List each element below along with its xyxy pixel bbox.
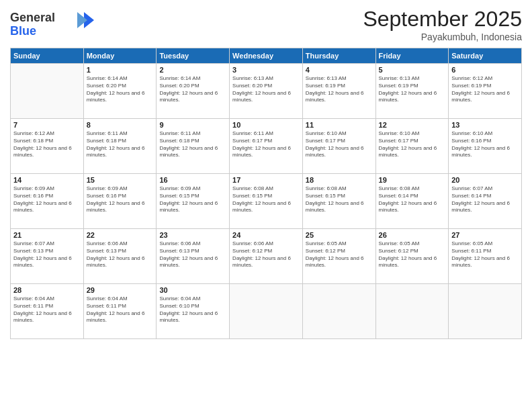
day-number: 7: [13, 121, 81, 129]
cell-info: Sunrise: 6:13 AM Sunset: 6:19 PM Dayligh…: [379, 75, 446, 104]
cell-info: Sunrise: 6:14 AM Sunset: 6:20 PM Dayligh…: [87, 75, 154, 104]
cell-info: Sunrise: 6:04 AM Sunset: 6:11 PM Dayligh…: [13, 295, 81, 324]
day-number: 9: [159, 121, 226, 129]
cell-info: Sunrise: 6:10 AM Sunset: 6:17 PM Dayligh…: [306, 130, 373, 159]
calendar-cell: 22Sunrise: 6:06 AM Sunset: 6:13 PM Dayli…: [83, 229, 157, 284]
calendar-table: Sunday Monday Tuesday Wednesday Thursday…: [10, 48, 522, 339]
header-thursday: Thursday: [302, 48, 375, 64]
calendar-cell: 9Sunrise: 6:11 AM Sunset: 6:18 PM Daylig…: [157, 119, 230, 174]
calendar-cell: 18Sunrise: 6:08 AM Sunset: 6:15 PM Dayli…: [302, 174, 375, 229]
calendar-cell: 5Sunrise: 6:13 AM Sunset: 6:19 PM Daylig…: [375, 64, 449, 119]
cell-info: Sunrise: 6:13 AM Sunset: 6:20 PM Dayligh…: [232, 75, 300, 104]
cell-info: Sunrise: 6:14 AM Sunset: 6:20 PM Dayligh…: [159, 75, 226, 104]
calendar-cell: 12Sunrise: 6:10 AM Sunset: 6:17 PM Dayli…: [375, 119, 449, 174]
cell-info: Sunrise: 6:08 AM Sunset: 6:14 PM Dayligh…: [379, 185, 446, 214]
cell-info: Sunrise: 6:08 AM Sunset: 6:15 PM Dayligh…: [232, 185, 300, 214]
cell-info: Sunrise: 6:07 AM Sunset: 6:14 PM Dayligh…: [451, 185, 519, 214]
day-number: 1: [87, 66, 154, 74]
header-row: Sunday Monday Tuesday Wednesday Thursday…: [11, 48, 522, 64]
cell-info: Sunrise: 6:12 AM Sunset: 6:18 PM Dayligh…: [13, 130, 81, 159]
calendar-cell: 4Sunrise: 6:13 AM Sunset: 6:19 PM Daylig…: [302, 64, 375, 119]
cell-info: Sunrise: 6:08 AM Sunset: 6:15 PM Dayligh…: [306, 185, 373, 214]
cell-info: Sunrise: 6:05 AM Sunset: 6:12 PM Dayligh…: [306, 240, 373, 269]
cell-info: Sunrise: 6:10 AM Sunset: 6:16 PM Dayligh…: [451, 130, 519, 159]
month-title: September 2025: [363, 7, 522, 32]
day-number: 12: [379, 121, 446, 129]
calendar-cell: 29Sunrise: 6:04 AM Sunset: 6:11 PM Dayli…: [83, 284, 157, 339]
day-number: 8: [87, 121, 154, 129]
cell-info: Sunrise: 6:04 AM Sunset: 6:10 PM Dayligh…: [159, 295, 226, 324]
svg-text:Blue: Blue: [10, 24, 36, 38]
calendar-cell: 26Sunrise: 6:05 AM Sunset: 6:12 PM Dayli…: [375, 229, 449, 284]
day-number: 4: [306, 66, 373, 74]
day-number: 11: [306, 121, 373, 129]
calendar-cell: [449, 284, 522, 339]
calendar-header: Sunday Monday Tuesday Wednesday Thursday…: [11, 48, 522, 64]
calendar-body: 1Sunrise: 6:14 AM Sunset: 6:20 PM Daylig…: [11, 64, 522, 339]
day-number: 10: [232, 121, 300, 129]
week-row-4: 28Sunrise: 6:04 AM Sunset: 6:11 PM Dayli…: [11, 284, 522, 339]
calendar-cell: 25Sunrise: 6:05 AM Sunset: 6:12 PM Dayli…: [302, 229, 375, 284]
calendar-cell: 1Sunrise: 6:14 AM Sunset: 6:20 PM Daylig…: [83, 64, 157, 119]
day-number: 2: [159, 66, 226, 74]
calendar-cell: 10Sunrise: 6:11 AM Sunset: 6:17 PM Dayli…: [230, 119, 303, 174]
calendar-cell: 21Sunrise: 6:07 AM Sunset: 6:13 PM Dayli…: [11, 229, 84, 284]
calendar-cell: 16Sunrise: 6:09 AM Sunset: 6:15 PM Dayli…: [157, 174, 230, 229]
day-number: 30: [159, 286, 226, 294]
week-row-0: 1Sunrise: 6:14 AM Sunset: 6:20 PM Daylig…: [11, 64, 522, 119]
day-number: 28: [13, 286, 81, 294]
day-number: 24: [232, 231, 300, 239]
day-number: 23: [159, 231, 226, 239]
cell-info: Sunrise: 6:06 AM Sunset: 6:12 PM Dayligh…: [232, 240, 300, 269]
calendar-cell: 8Sunrise: 6:11 AM Sunset: 6:18 PM Daylig…: [83, 119, 157, 174]
calendar-cell: [230, 284, 303, 339]
day-number: 21: [13, 231, 81, 239]
cell-info: Sunrise: 6:11 AM Sunset: 6:18 PM Dayligh…: [159, 130, 226, 159]
day-number: 6: [451, 66, 519, 74]
calendar-cell: 15Sunrise: 6:09 AM Sunset: 6:16 PM Dayli…: [83, 174, 157, 229]
calendar-cell: 3Sunrise: 6:13 AM Sunset: 6:20 PM Daylig…: [230, 64, 303, 119]
calendar-cell: 14Sunrise: 6:09 AM Sunset: 6:16 PM Dayli…: [11, 174, 84, 229]
logo-text: General Blue: [10, 7, 97, 42]
cell-info: Sunrise: 6:06 AM Sunset: 6:13 PM Dayligh…: [87, 240, 154, 269]
day-number: 14: [13, 176, 81, 184]
logo: General Blue: [10, 7, 97, 42]
location-subtitle: Payakumbuh, Indonesia: [363, 32, 522, 42]
calendar-page: General Blue September 2025 Payakumbuh, …: [0, 0, 532, 411]
week-row-3: 21Sunrise: 6:07 AM Sunset: 6:13 PM Dayli…: [11, 229, 522, 284]
calendar-cell: 23Sunrise: 6:06 AM Sunset: 6:13 PM Dayli…: [157, 229, 230, 284]
day-number: 26: [379, 231, 446, 239]
day-number: 27: [451, 231, 519, 239]
header-friday: Friday: [375, 48, 449, 64]
cell-info: Sunrise: 6:05 AM Sunset: 6:12 PM Dayligh…: [379, 240, 446, 269]
calendar-cell: 24Sunrise: 6:06 AM Sunset: 6:12 PM Dayli…: [230, 229, 303, 284]
cell-info: Sunrise: 6:11 AM Sunset: 6:17 PM Dayligh…: [232, 130, 300, 159]
calendar-cell: 19Sunrise: 6:08 AM Sunset: 6:14 PM Dayli…: [375, 174, 449, 229]
cell-info: Sunrise: 6:13 AM Sunset: 6:19 PM Dayligh…: [306, 75, 373, 104]
calendar-cell: [11, 64, 84, 119]
day-number: 5: [379, 66, 446, 74]
header-tuesday: Tuesday: [157, 48, 230, 64]
cell-info: Sunrise: 6:12 AM Sunset: 6:19 PM Dayligh…: [451, 75, 519, 104]
day-number: 3: [232, 66, 300, 74]
day-number: 16: [159, 176, 226, 184]
calendar-cell: [302, 284, 375, 339]
calendar-cell: 11Sunrise: 6:10 AM Sunset: 6:17 PM Dayli…: [302, 119, 375, 174]
calendar-cell: 20Sunrise: 6:07 AM Sunset: 6:14 PM Dayli…: [449, 174, 522, 229]
calendar-cell: 6Sunrise: 6:12 AM Sunset: 6:19 PM Daylig…: [449, 64, 522, 119]
cell-info: Sunrise: 6:04 AM Sunset: 6:11 PM Dayligh…: [87, 295, 154, 324]
svg-text:General: General: [10, 11, 55, 24]
cell-info: Sunrise: 6:07 AM Sunset: 6:13 PM Dayligh…: [13, 240, 81, 269]
calendar-cell: 7Sunrise: 6:12 AM Sunset: 6:18 PM Daylig…: [11, 119, 84, 174]
cell-info: Sunrise: 6:09 AM Sunset: 6:16 PM Dayligh…: [13, 185, 81, 214]
day-number: 19: [379, 176, 446, 184]
calendar-cell: 28Sunrise: 6:04 AM Sunset: 6:11 PM Dayli…: [11, 284, 84, 339]
title-block: September 2025 Payakumbuh, Indonesia: [363, 7, 522, 42]
cell-info: Sunrise: 6:11 AM Sunset: 6:18 PM Dayligh…: [87, 130, 154, 159]
cell-info: Sunrise: 6:10 AM Sunset: 6:17 PM Dayligh…: [379, 130, 446, 159]
day-number: 25: [306, 231, 373, 239]
cell-info: Sunrise: 6:06 AM Sunset: 6:13 PM Dayligh…: [159, 240, 226, 269]
cell-info: Sunrise: 6:09 AM Sunset: 6:15 PM Dayligh…: [159, 185, 226, 214]
header-monday: Monday: [83, 48, 157, 64]
calendar-cell: [375, 284, 449, 339]
